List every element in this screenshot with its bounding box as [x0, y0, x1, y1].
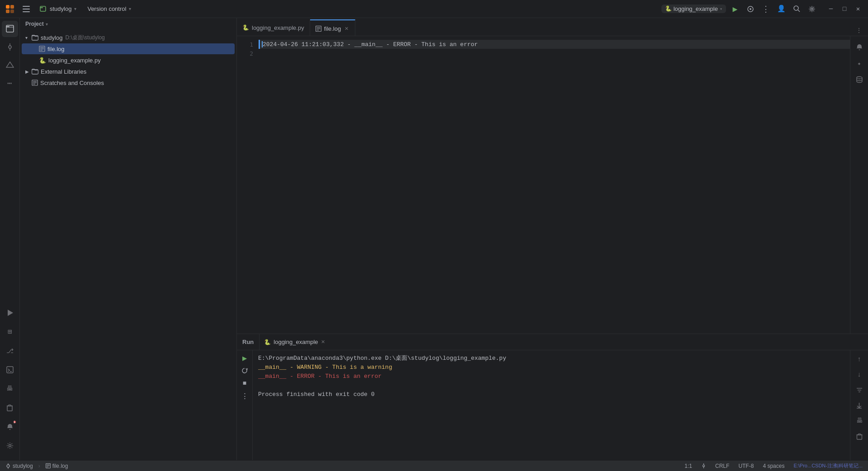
- tab-close-button[interactable]: ✕: [344, 26, 349, 32]
- svg-point-42: [857, 77, 862, 79]
- hamburger-menu-button[interactable]: [20, 3, 33, 15]
- svg-marker-20: [6, 62, 14, 67]
- statusbar: studylog › file.log 1:1 CRLF UTF-8 4 spa…: [0, 460, 868, 471]
- run-cmd-line: E:\ProgramData\anaconda3\python.exe D:\桌…: [258, 354, 844, 363]
- layers-icon[interactable]: ⊞: [2, 324, 18, 340]
- statusbar-vcs[interactable]: [699, 463, 708, 468]
- more-options-button[interactable]: ⋮: [760, 3, 772, 15]
- studylog-root-label: studylog: [41, 34, 62, 41]
- statusbar-position[interactable]: 1:1: [683, 463, 694, 469]
- svg-rect-26: [9, 405, 11, 406]
- editor-tab-bar: 🐍 logging_example.py file.log ✕ ⋮: [237, 18, 868, 36]
- settings-sidebar-icon[interactable]: [2, 438, 18, 454]
- trash-icon[interactable]: [2, 400, 18, 416]
- debug-button[interactable]: [744, 3, 757, 15]
- editor-code-area[interactable]: 2024-04-26 11:21:03,332 - __main__ - ERR…: [260, 36, 868, 334]
- profile-button[interactable]: 👤: [775, 3, 788, 15]
- print-icon[interactable]: 🖶: [2, 381, 18, 397]
- run-process-name: logging_example: [274, 339, 318, 345]
- main-area: ⋯ ⊞ ⎇ 🖶 1 Project: [0, 18, 868, 460]
- statusbar-indent[interactable]: 4 spaces: [761, 463, 786, 469]
- statusbar-git-icon: [5, 463, 11, 469]
- run-config-name: logging_example: [674, 5, 718, 12]
- svg-rect-2: [6, 9, 9, 13]
- run-config-button[interactable]: 🐍 logging_example ▾: [661, 5, 726, 13]
- tree-item-file-log[interactable]: ▾ file.log: [22, 43, 235, 54]
- editor-pane: 1 2 2024-04-26 11:21:03,332 - __main__ -…: [237, 36, 868, 334]
- statusbar-line-ending[interactable]: CRLF: [713, 463, 731, 469]
- tab-logging-example[interactable]: 🐍 logging_example.py: [237, 19, 310, 36]
- ai-assistant-icon[interactable]: ✦: [852, 56, 867, 71]
- run-filter-lines-icon[interactable]: [852, 383, 867, 397]
- run-process-py-icon: 🐍: [264, 339, 271, 345]
- bell-notification-icon[interactable]: 1: [2, 419, 18, 435]
- tab-file-log[interactable]: file.log ✕: [310, 19, 356, 36]
- run-config-py-icon: 🐍: [665, 5, 672, 12]
- run-process-tab[interactable]: 🐍 logging_example ✕: [259, 334, 329, 350]
- svg-rect-1: [10, 5, 14, 9]
- file-log-label: file.log: [47, 46, 65, 52]
- run-config-arrow-icon: ▾: [720, 6, 722, 12]
- run-button[interactable]: ▶: [729, 3, 741, 15]
- svg-point-17: [9, 46, 11, 48]
- run-icon[interactable]: [2, 305, 18, 321]
- sidebar-header: Project ▾: [20, 18, 236, 30]
- activity-project-icon[interactable]: [2, 21, 18, 37]
- statusbar-path[interactable]: E:\Pro...CSDN-注沸|科研笔记...: [792, 462, 864, 469]
- titlebar-left: studylog ▾ Version control ▾: [4, 3, 135, 15]
- notifications-panel-icon[interactable]: [852, 40, 867, 54]
- tab-log-icon: [316, 26, 321, 32]
- file-tree: ▾ studylog D:\桌面\studylog ▾ file.log ▾ 🐍…: [20, 30, 236, 460]
- tree-item-studylog-root[interactable]: ▾ studylog D:\桌面\studylog: [22, 32, 235, 43]
- tab-logging-label: logging_example.py: [252, 24, 304, 31]
- run-scroll-down-icon[interactable]: ↓: [852, 367, 867, 382]
- project-arrow-icon: ▾: [74, 6, 76, 11]
- run-more-button[interactable]: ⋮: [239, 390, 250, 402]
- right-panel: ✦: [850, 36, 868, 334]
- activity-more-icon[interactable]: ⋯: [2, 75, 18, 91]
- run-scroll-end-icon[interactable]: [852, 398, 867, 413]
- run-restart-button[interactable]: [239, 365, 250, 377]
- window-controls: ─ □ ✕: [825, 3, 864, 15]
- run-rerun-button[interactable]: ▶: [239, 352, 250, 364]
- run-scroll-up-icon[interactable]: ↑: [852, 352, 867, 367]
- tree-item-logging-example[interactable]: ▾ 🐍 logging_example.py: [22, 55, 235, 66]
- maximize-button[interactable]: □: [838, 3, 851, 15]
- svg-point-13: [811, 8, 813, 10]
- svg-rect-8: [40, 6, 46, 11]
- vcs-selector-button[interactable]: Version control ▾: [84, 5, 135, 13]
- settings-gear-button[interactable]: [806, 3, 818, 15]
- vcs-label: Version control: [87, 5, 126, 12]
- line-numbers: 1 2: [237, 36, 259, 334]
- svg-line-12: [798, 10, 800, 12]
- minimize-button[interactable]: ─: [825, 3, 837, 15]
- close-window-button[interactable]: ✕: [852, 3, 864, 15]
- project-selector-button[interactable]: studylog ▾: [36, 5, 80, 13]
- tab-more-actions-button[interactable]: ⋮: [854, 25, 864, 36]
- tree-item-scratches[interactable]: ▶ Scratches and Consoles: [22, 77, 235, 88]
- search-button[interactable]: [790, 3, 803, 15]
- svg-point-27: [9, 445, 11, 447]
- svg-point-10: [750, 8, 751, 10]
- tree-item-external-libraries[interactable]: ▶ External Libraries: [22, 66, 235, 77]
- run-trash-icon[interactable]: [852, 429, 867, 443]
- statusbar-encoding[interactable]: UTF-8: [736, 463, 755, 469]
- activity-commit-icon[interactable]: [2, 39, 18, 55]
- run-tab-label[interactable]: Run: [237, 334, 259, 350]
- terminal-small-icon[interactable]: [2, 362, 18, 378]
- editor-content-area: 1 2 2024-04-26 11:21:03,332 - __main__ -…: [237, 36, 868, 460]
- tab-filelog-label: file.log: [324, 25, 341, 32]
- svg-rect-3: [10, 9, 14, 13]
- run-tab-close-button[interactable]: ✕: [321, 339, 325, 345]
- run-tab-bar: Run 🐍 logging_example ✕: [237, 334, 868, 350]
- statusbar-right: 1:1 CRLF UTF-8 4 spaces E:\Pro...CSDN-注沸…: [683, 462, 864, 469]
- statusbar-file[interactable]: file.log: [44, 463, 70, 469]
- statusbar-indent-label: 4 spaces: [763, 463, 784, 469]
- database-panel-icon[interactable]: [852, 72, 867, 87]
- run-stop-button[interactable]: ■: [239, 377, 250, 389]
- run-right-icons: ↑ ↓ 🖶: [850, 350, 868, 460]
- activity-plugins-icon[interactable]: [2, 57, 18, 73]
- run-print-icon[interactable]: 🖶: [852, 414, 867, 428]
- git-small-icon[interactable]: ⎇: [2, 343, 18, 359]
- statusbar-project[interactable]: studylog: [4, 463, 35, 469]
